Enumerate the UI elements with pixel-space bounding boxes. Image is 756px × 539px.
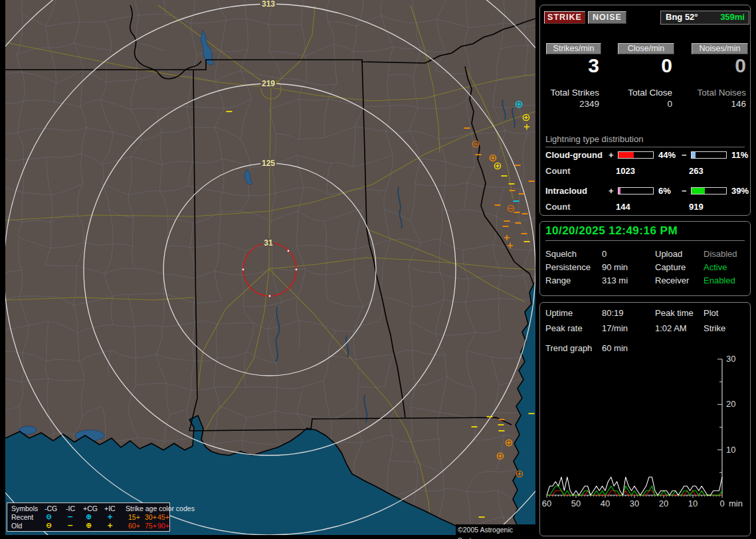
circle-plus-icon: ⊕ — [86, 512, 92, 521]
circle-plus-icon: ⊕ — [86, 521, 92, 530]
legend-age-30: 30+ — [145, 513, 157, 522]
receiver-label: Receiver — [655, 275, 689, 285]
strikes-per-min-value: 3 — [588, 54, 599, 77]
total-noises-value: 146 — [731, 99, 746, 109]
rates-panel: STRIKE NOISE Bng 52° 359mi Strikes/min C… — [539, 5, 751, 216]
trend-series-intracloud — [547, 486, 722, 495]
x-tick-label: 50 — [571, 499, 581, 508]
ic-plus-pct: 6% — [658, 186, 671, 196]
upload-status: Disabled — [704, 249, 737, 259]
peak-rate-value: 17/min — [602, 323, 628, 333]
map-legend: Symbols -CG -IC +CG +IC Strike age color… — [7, 502, 170, 532]
circle-minus-icon: ⊖ — [46, 512, 52, 521]
trend-graph-label: Trend graph — [545, 343, 592, 353]
y-tick-label: 10 — [726, 445, 735, 455]
datetime-display: 10/20/2025 12:49:16 PM — [545, 224, 678, 238]
uptime-value: 80:19 — [602, 308, 624, 318]
peak-time-label: Peak time — [655, 308, 694, 318]
ic-minus-bar-fill — [692, 188, 705, 194]
app-window: 31321912531 Symbols -CG -IC +CG +IC Stri… — [0, 0, 756, 539]
total-strikes-label: Total Strikes — [550, 88, 599, 98]
x-tick-label: 10 — [688, 499, 698, 508]
status-panel: 10/20/2025 12:49:16 PM Squelch 0 Upload … — [539, 221, 751, 296]
legend-age-60: 60+ — [128, 522, 140, 530]
minus-sign: − — [682, 150, 687, 160]
session-panel: Uptime 80:19 Peak time Plot Peak rate 17… — [539, 302, 751, 536]
y-tick-label: 20 — [726, 399, 735, 409]
persistence-label: Persistence — [545, 262, 591, 272]
x-tick-label: 60 — [542, 499, 551, 508]
range-ring-label: 125 — [262, 159, 275, 168]
peak-rate-label: Peak rate — [545, 323, 583, 333]
legend-row-old-label: Old — [11, 522, 22, 530]
bearing-display: Bng 52° 359mi — [660, 11, 749, 25]
squelch-value: 0 — [602, 249, 607, 259]
range-ring-label: 31 — [264, 238, 273, 248]
cg-count-label: Count — [545, 166, 571, 176]
ic-minus-bar — [691, 187, 727, 194]
bearing-range-value: 359mi — [720, 12, 745, 22]
total-strikes-value: 2349 — [579, 99, 599, 109]
bearing-label: Bng 52° — [666, 12, 698, 22]
range-label: Range — [545, 275, 571, 285]
cg-minus-bar — [691, 151, 727, 159]
plot-label: Plot — [704, 308, 718, 318]
minus-sign: − — [682, 186, 687, 196]
cg-minus-pct: 11% — [731, 150, 748, 160]
cg-minus-bar-fill — [692, 152, 696, 158]
cloud-ground-label: Cloud-ground — [545, 150, 603, 160]
trend-graph-chart: 1020306050403020100min — [540, 352, 750, 536]
legend-age-90: 90+ — [157, 522, 169, 530]
capture-label: Capture — [655, 262, 686, 272]
total-noises-label: Total Noises — [697, 88, 746, 98]
close-per-min-value: 0 — [661, 54, 672, 77]
plus-sign: + — [609, 150, 614, 160]
legend-row-recent-label: Recent — [11, 513, 33, 522]
trend-series-cloud-ground — [547, 491, 722, 495]
capture-status: Active — [704, 262, 727, 272]
cg-plus-bar-fill — [618, 152, 634, 158]
ic-plus-count: 144 — [616, 202, 630, 212]
cg-plus-pct: 44% — [658, 150, 676, 160]
total-close-label: Total Close — [628, 88, 672, 98]
noises-per-min-value: 0 — [735, 54, 746, 77]
ic-plus-bar-fill — [618, 188, 620, 194]
divider — [545, 240, 745, 241]
x-tick-label: 20 — [659, 499, 668, 508]
ic-count-label: Count — [545, 202, 571, 212]
lightning-map[interactable]: 31321912531 — [5, 0, 535, 535]
legend-age-45: 45+ — [157, 513, 169, 522]
ic-minus-pct: 39% — [731, 186, 749, 196]
strikes-per-min-header: Strikes/min — [546, 43, 601, 54]
upload-label: Upload — [655, 249, 682, 259]
legend-age-15: 15+ — [128, 513, 140, 522]
squelch-label: Squelch — [545, 249, 577, 259]
distribution-title: Lightning type distribution — [545, 134, 745, 147]
receiver-status: Enabled — [704, 275, 735, 285]
range-ring-label: 313 — [262, 0, 275, 9]
y-tick-label: 30 — [726, 354, 735, 364]
noise-toggle-button[interactable]: NOISE — [588, 11, 626, 24]
legend-age-75: 75+ — [145, 522, 157, 530]
cg-minus-count: 263 — [689, 166, 704, 176]
close-per-min-header: Close/min — [618, 43, 674, 54]
peak-time-value: 1:02 AM — [655, 323, 687, 333]
plus-icon: + — [107, 512, 113, 521]
trend-graph-value: 60 min — [602, 343, 628, 353]
total-close-value: 0 — [667, 99, 672, 109]
plus-sign: + — [609, 186, 614, 196]
ic-plus-bar — [618, 187, 654, 194]
minus-icon: − — [67, 512, 73, 521]
range-value: 313 mi — [602, 275, 628, 285]
copyright-notice: ©2005 Astrogenic Systems — [456, 524, 539, 535]
x-axis-unit-label: min — [729, 499, 743, 508]
strike-toggle-button[interactable]: STRIKE — [544, 11, 585, 24]
x-tick-label: 30 — [630, 499, 639, 508]
legend-symbols-header: Symbols — [11, 504, 38, 513]
minus-icon: − — [67, 521, 73, 530]
circle-minus-icon: ⊖ — [46, 521, 52, 530]
range-ring-label: 219 — [262, 79, 275, 88]
ic-minus-count: 919 — [689, 202, 704, 212]
plus-icon: + — [107, 521, 113, 530]
trend-series-total-strikes — [547, 477, 722, 495]
